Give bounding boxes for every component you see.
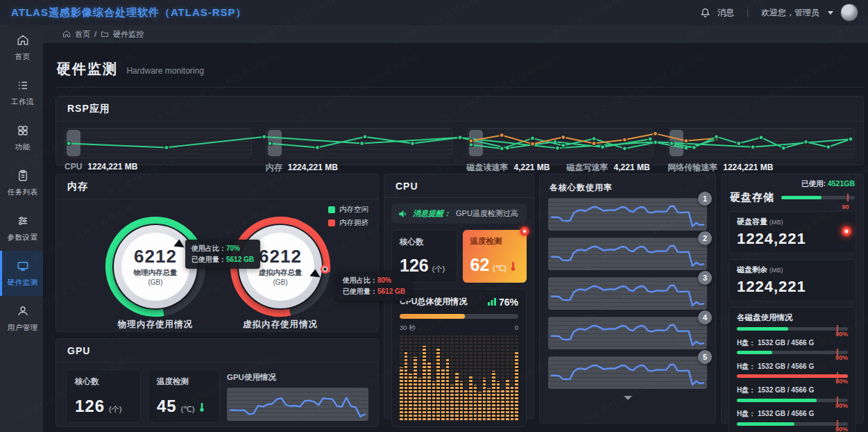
core-usage-chart[interactable]: 4 <box>548 317 707 349</box>
sidebar-item-label: 任务列表 <box>3 188 42 197</box>
disk-threshold-tick <box>837 372 838 380</box>
disk-threshold-percent: 90% <box>737 354 848 363</box>
bell-icon[interactable] <box>700 8 710 18</box>
cores-panel: 各核心数使用率 12345 <box>539 174 716 424</box>
breadcrumb-home[interactable]: 首页 <box>75 29 90 40</box>
core-number-badge: 5 <box>698 350 712 364</box>
metric-name: 网络传输速率 <box>667 163 717 172</box>
led-column <box>455 335 459 420</box>
core-usage-chart[interactable]: 2 <box>548 238 707 270</box>
disk-usage-bar <box>737 351 848 354</box>
cpu-history-chart[interactable] <box>400 335 518 420</box>
physical-memory-tooltip: 使用占比：70% 已使用量：5612 GB <box>185 240 260 269</box>
disk-used-label: 已使用: <box>801 179 826 188</box>
messages-label[interactable]: 消息 <box>717 7 734 19</box>
rsp-panel-title: RSP应用 <box>56 97 863 122</box>
page-title: 硬件监测 <box>57 61 118 76</box>
avatar[interactable] <box>840 3 858 22</box>
disk-free-value: 1224,221 <box>737 278 848 296</box>
sparkline-chart[interactable] <box>65 128 252 158</box>
sidebar-item-label: 首页 <box>3 52 42 62</box>
led-column <box>501 335 504 420</box>
disk-threshold-tick <box>837 325 838 333</box>
rsp-metric-card: 内存1224,221 MB <box>266 128 453 174</box>
led-column <box>436 335 440 420</box>
metric-name: 磁盘写速率 <box>567 163 609 172</box>
led-column <box>418 335 422 420</box>
virtual-memory-tooltip: 使用占比：80% 已使用量：5612 GB <box>337 272 411 301</box>
legend-swatch <box>328 206 335 213</box>
sparkline-chart[interactable] <box>266 128 453 158</box>
disk-usage-row: 90%H盘： 1532 GB / 4566 G <box>737 422 848 432</box>
donut-label: 物理内存总量 <box>134 268 178 278</box>
disk-panel-title: 硬盘存储 <box>730 191 774 204</box>
home-icon <box>17 34 29 47</box>
disk-threshold-tick <box>837 420 838 428</box>
disk-panel: 已使用: 4521GB 硬盘存储 90 硬盘容量(MB) <box>721 174 864 424</box>
cpu-usage-percent: 76% <box>499 297 518 308</box>
workflow-icon <box>17 79 29 92</box>
virtual-memory-caption: 虚拟内存使用情况 <box>230 319 331 331</box>
app-title: ATLAS遥感影像综合处理软件（ATLAS-RSP） <box>11 6 247 19</box>
core-number-badge: 1 <box>698 192 712 206</box>
legend-label: 内存空闲 <box>339 205 368 215</box>
metric-value: 1224,221 MB <box>87 162 137 172</box>
disk-usage-list: 90%H盘： 1532 GB / 4566 G90%H盘： 1532 GB / … <box>737 327 848 432</box>
sidebar-item-params[interactable]: 参数设置 <box>0 206 43 251</box>
disk-usage-row: 90%H盘： 1532 GB / 4566 G <box>737 399 848 419</box>
breadcrumb-current: 硬件监控 <box>113 29 144 40</box>
metric-name: 内存 <box>266 163 282 172</box>
disk-usage-bar <box>737 327 848 331</box>
metric-value: 1224,221 MB <box>288 163 338 172</box>
led-column <box>400 335 403 420</box>
led-column <box>460 335 463 420</box>
alert-prefix: 消息提醒： <box>413 208 451 219</box>
virtual-memory-total: 6212 <box>259 247 302 265</box>
thermometer-icon <box>510 261 516 271</box>
disk-usage-title: 各磁盘使用情况 <box>737 313 848 323</box>
tooltip-value: 5612 GB <box>226 256 254 263</box>
alert-text: GPU温度检测过高 <box>456 208 518 219</box>
gpu-panel: GPU 核心数 126(个) 温度检测 45(℃) <box>56 338 379 427</box>
core-usage-chart[interactable]: 3 <box>548 277 707 310</box>
cpu-alert: 消息提醒： GPU温度检测过高 <box>391 203 527 224</box>
sidebar-item-label: 工作流 <box>3 97 42 107</box>
gpu-usage-card: GPU使用情况 <box>227 369 368 423</box>
led-column <box>464 335 468 420</box>
core-number-badge: 2 <box>698 231 712 245</box>
disk-threshold-percent: 90% <box>737 426 848 432</box>
disk-threshold-label: 90 <box>842 203 849 210</box>
expand-caret-icon[interactable] <box>624 396 632 400</box>
welcome-user-menu[interactable]: 欢迎您，管理员 <box>761 7 819 19</box>
core-usage-chart[interactable]: 5 <box>548 356 707 389</box>
led-column <box>405 335 408 420</box>
sidebar-item-tasks[interactable]: 任务列表 <box>0 160 43 206</box>
alert-dot-icon <box>841 226 852 237</box>
sidebar-item-users[interactable]: 用户管理 <box>0 296 43 341</box>
memory-panel-title: 内存 <box>56 174 378 199</box>
core-usage-chart[interactable]: 1 <box>548 198 707 231</box>
tooltip-value: 80% <box>377 276 391 284</box>
cores-panel-title: 各核心数使用率 <box>540 174 715 198</box>
sidebar-item-workflow[interactable]: 工作流 <box>0 70 43 115</box>
rsp-metric-card: 磁盘读速率4,221 MB磁盘写速率4,221 MB <box>467 128 654 174</box>
legend-item: 内存拥挤 <box>328 218 368 228</box>
disk-usage-bar <box>737 399 848 402</box>
physical-memory-total: 6212 <box>134 247 177 265</box>
metric-labels: 磁盘读速率4,221 MB磁盘写速率4,221 MB <box>467 162 654 174</box>
sidebar: 首页工作流功能任务列表参数设置硬件监测用户管理 <box>0 25 43 432</box>
gpu-temp-unit: (℃) <box>181 405 195 414</box>
rsp-metric-card: 网络传输速率1224,221 MB <box>667 128 855 174</box>
metric-value: 1224,221 MB <box>723 163 773 172</box>
chevron-down-icon[interactable] <box>828 11 833 15</box>
sidebar-item-features[interactable]: 功能 <box>0 115 43 160</box>
sparkline-chart[interactable] <box>667 128 855 158</box>
sidebar-item-home[interactable]: 首页 <box>0 25 43 70</box>
gpu-usage-chart[interactable] <box>227 388 368 421</box>
memory-body: 内存空闲内存拥挤 6212 物理内存总量 (GB) 物理内存使用情况 <box>56 199 378 335</box>
sparkline-chart[interactable] <box>467 128 654 158</box>
led-column <box>483 335 486 420</box>
features-icon <box>17 124 29 137</box>
sidebar-item-hardware[interactable]: 硬件监测 <box>0 251 43 296</box>
disk-row-label: H盘： 1532 GB / 4566 G <box>737 386 848 395</box>
